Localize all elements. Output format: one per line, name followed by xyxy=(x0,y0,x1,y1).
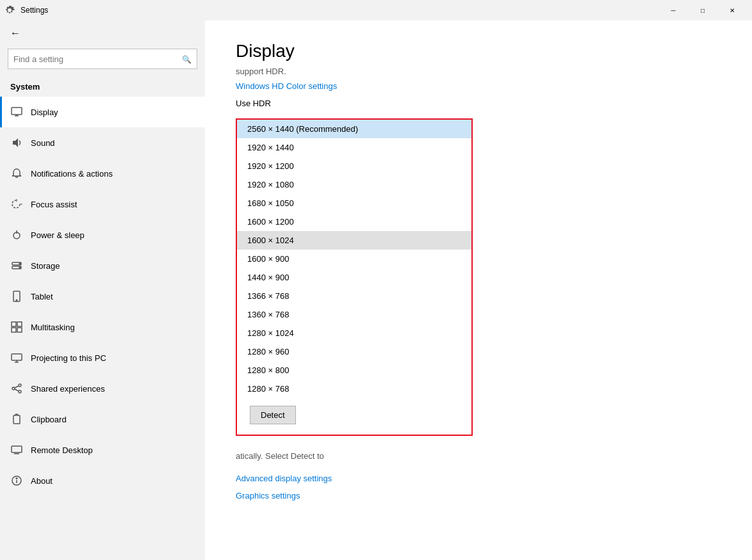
dropdown-item[interactable]: 1680 × 1050 xyxy=(237,194,471,212)
resolution-dropdown[interactable]: 2560 × 1440 (Recommended)1920 × 14401920… xyxy=(236,118,473,436)
search-input[interactable] xyxy=(8,52,177,67)
power-icon xyxy=(10,228,23,241)
dropdown-item[interactable]: 2560 × 1440 (Recommended) xyxy=(237,120,471,138)
svg-marker-3 xyxy=(13,138,18,147)
maximize-button[interactable]: □ xyxy=(688,0,717,20)
search-icon xyxy=(177,54,197,64)
content-area: Display support HDR. Windows HD Color se… xyxy=(205,20,752,560)
sidebar-item-notifications[interactable]: Notifications & actions xyxy=(0,158,205,189)
back-button[interactable] xyxy=(0,20,205,46)
svg-point-11 xyxy=(19,263,20,264)
sound-icon xyxy=(10,136,23,149)
sidebar-label-power: Power & sleep xyxy=(31,230,85,240)
sidebar-label-shared: Shared experiences xyxy=(31,384,105,394)
sidebar-item-tablet[interactable]: Tablet xyxy=(0,281,205,312)
dropdown-item[interactable]: 1280 × 800 xyxy=(237,361,471,380)
sidebar-item-remote[interactable]: Remote Desktop xyxy=(0,435,205,465)
sidebar-label-projecting: Projecting to this PC xyxy=(31,353,106,363)
use-hdr-label: Use HDR xyxy=(236,99,721,108)
dropdown-item[interactable]: 1280 × 1024 xyxy=(237,324,471,342)
dropdown-item[interactable]: 1600 × 900 xyxy=(237,250,471,268)
dropdown-item[interactable]: 1360 × 768 xyxy=(237,305,471,324)
sidebar-item-sound[interactable]: Sound xyxy=(0,127,205,158)
storage-icon xyxy=(10,259,23,272)
dropdown-item[interactable]: 1600 × 1024 xyxy=(237,231,471,250)
dropdown-item[interactable]: 1920 × 1440 xyxy=(237,138,471,157)
svg-rect-27 xyxy=(13,415,20,424)
svg-point-12 xyxy=(19,267,20,268)
detect-button[interactable]: Detect xyxy=(250,406,296,424)
svg-rect-16 xyxy=(17,322,22,326)
sidebar-item-projecting[interactable]: Projecting to this PC xyxy=(0,342,205,373)
dropdown-item[interactable]: 1920 × 1080 xyxy=(237,175,471,194)
bottom-section: atically. Select Detect to Advanced disp… xyxy=(236,451,721,500)
system-section-label: System xyxy=(0,77,205,97)
display-icon xyxy=(10,106,23,118)
sidebar-label-focus: Focus assist xyxy=(31,200,77,209)
dropdown-item[interactable]: 1600 × 1200 xyxy=(237,212,471,231)
clip-icon xyxy=(10,413,23,426)
back-icon xyxy=(10,28,20,39)
titlebar-controls: ─ □ ✕ xyxy=(658,0,747,20)
sidebar-item-multitasking[interactable]: Multitasking xyxy=(0,312,205,342)
focus-icon xyxy=(10,198,23,211)
sidebar-label-sound: Sound xyxy=(31,138,55,148)
svg-rect-18 xyxy=(17,328,22,332)
page-title: Display xyxy=(236,41,721,61)
hd-color-link[interactable]: Windows HD Color settings xyxy=(236,81,721,91)
titlebar: Settings ─ □ ✕ xyxy=(0,0,752,20)
svg-rect-0 xyxy=(12,108,22,115)
svg-rect-15 xyxy=(12,322,16,326)
svg-point-23 xyxy=(12,387,15,390)
content-subtitle: support HDR. xyxy=(236,67,721,76)
sidebar-label-clipboard: Clipboard xyxy=(31,415,67,424)
sidebar-label-about: About xyxy=(31,476,53,486)
sidebar-item-storage[interactable]: Storage xyxy=(0,250,205,281)
dropdown-item[interactable]: 1920 × 1200 xyxy=(237,157,471,175)
advanced-display-link[interactable]: Advanced display settings xyxy=(236,474,721,483)
dropdown-item[interactable]: 1280 × 960 xyxy=(237,342,471,361)
sidebar-item-shared[interactable]: Shared experiences xyxy=(0,373,205,404)
titlebar-title: Settings xyxy=(20,6,658,15)
sidebar-label-display: Display xyxy=(31,108,58,117)
sidebar-item-about[interactable]: About xyxy=(0,465,205,496)
svg-rect-17 xyxy=(12,328,16,332)
dropdown-item[interactable]: 1366 × 768 xyxy=(237,287,471,305)
svg-point-24 xyxy=(19,390,21,393)
detect-section: Detect xyxy=(237,398,471,435)
shared-icon xyxy=(10,382,23,395)
sidebar-label-notifications: Notifications & actions xyxy=(31,169,113,179)
project-icon xyxy=(10,351,23,364)
svg-point-32 xyxy=(16,478,17,479)
multi-icon xyxy=(10,321,23,333)
bottom-text: atically. Select Detect to xyxy=(236,451,721,461)
tablet-icon xyxy=(10,290,23,303)
svg-line-25 xyxy=(15,386,19,388)
graphics-settings-link[interactable]: Graphics settings xyxy=(236,491,721,500)
remote-icon xyxy=(10,444,23,456)
about-icon xyxy=(10,474,23,487)
svg-rect-19 xyxy=(12,354,22,360)
sidebar-item-focus[interactable]: Focus assist xyxy=(0,189,205,220)
sidebar-label-storage: Storage xyxy=(31,261,60,271)
minimize-button[interactable]: ─ xyxy=(658,0,688,20)
sidebar: System Display Sound Notifications & act… xyxy=(0,20,205,560)
sidebar-label-multitasking: Multitasking xyxy=(31,323,75,332)
resolution-list: 2560 × 1440 (Recommended)1920 × 14401920… xyxy=(237,120,471,398)
svg-point-14 xyxy=(16,300,17,301)
settings-icon xyxy=(5,5,15,15)
sidebar-label-remote: Remote Desktop xyxy=(31,445,93,455)
svg-line-26 xyxy=(15,389,19,391)
svg-point-22 xyxy=(19,384,21,387)
notif-icon xyxy=(10,167,23,180)
sidebar-item-display[interactable]: Display xyxy=(0,97,205,127)
close-button[interactable]: ✕ xyxy=(717,0,747,20)
sidebar-item-clipboard[interactable]: Clipboard xyxy=(0,404,205,435)
sidebar-label-tablet: Tablet xyxy=(31,292,53,301)
svg-rect-28 xyxy=(12,446,22,452)
search-box[interactable] xyxy=(8,49,197,69)
dropdown-item[interactable]: 1440 × 900 xyxy=(237,268,471,287)
dropdown-item[interactable]: 1280 × 768 xyxy=(237,380,471,398)
sidebar-item-power[interactable]: Power & sleep xyxy=(0,220,205,250)
